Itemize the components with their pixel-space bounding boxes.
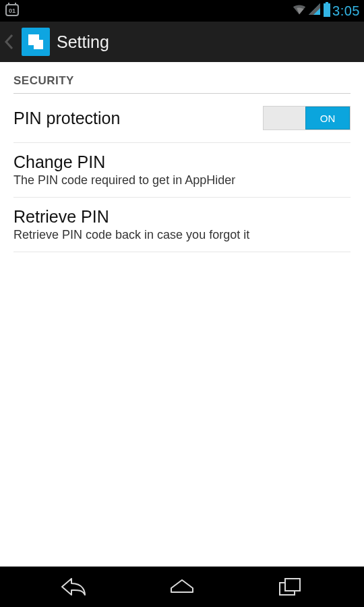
divider [13,252,351,252]
svg-rect-7 [326,2,328,3]
status-system: 3:05 [292,2,360,20]
app-bar: Setting [0,22,364,62]
row-pin-protection[interactable]: PIN protection ON [0,94,364,142]
nav-home-button[interactable] [162,573,202,600]
svg-rect-10 [285,579,300,591]
signal-icon [308,3,322,19]
row-title-change-pin: Change PIN [13,152,351,172]
battery-icon [323,2,331,20]
toggle-pin-protection[interactable]: ON [263,106,351,130]
wifi-icon [292,2,307,20]
row-change-pin[interactable]: Change PIN The PIN code required to get … [0,143,364,197]
section-header-security: SECURITY [0,62,364,93]
nav-bar [0,567,364,607]
nav-recent-button[interactable] [270,573,310,600]
calendar-icon: 01 [4,1,20,20]
status-clock: 3:05 [332,3,360,19]
status-bar: 01 3:05 [0,0,364,22]
row-subtitle-change-pin: The PIN code required to get in AppHider [13,173,351,187]
svg-text:01: 01 [9,7,16,14]
row-subtitle-retrieve-pin: Retrieve PIN code back in case you forgo… [13,228,351,242]
page-title: Setting [57,32,109,52]
settings-content: SECURITY PIN protection ON Change PIN Th… [0,62,364,567]
row-title-retrieve-pin: Retrieve PIN [13,207,351,227]
status-notifications: 01 [4,1,20,20]
app-icon[interactable] [22,28,50,56]
nav-back-button[interactable] [54,573,94,600]
svg-rect-8 [324,3,330,17]
row-title-pin-protection: PIN protection [13,109,120,128]
back-chevron-icon[interactable] [3,32,15,51]
toggle-handle-on: ON [305,107,350,129]
row-retrieve-pin[interactable]: Retrieve PIN Retrieve PIN code back in c… [0,198,364,252]
